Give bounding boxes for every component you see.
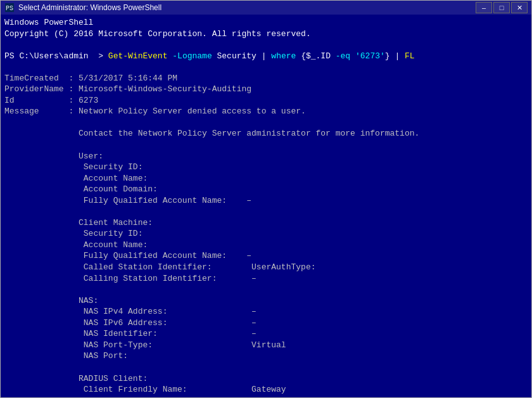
- prompt-fl: FL: [405, 51, 415, 61]
- terminal-line-1: Windows PowerShell: [4, 17, 528, 29]
- terminal-line-nasipv4: NAS IPv4 Address: –: [4, 306, 528, 318]
- terminal-line-blank2: [4, 117, 528, 129]
- terminal-line-secid2: Security ID:: [4, 228, 528, 240]
- title-bar-left: PS Select Administrator: Windows PowerSh…: [4, 3, 162, 13]
- terminal-line-client: Client Machine:: [4, 217, 528, 229]
- title-bar: PS Select Administrator: Windows PowerSh…: [1, 1, 531, 15]
- svg-text:PS: PS: [6, 5, 13, 12]
- prompt-eq: -eq: [336, 51, 350, 61]
- prompt-block: {$_.ID: [296, 51, 335, 61]
- terminal-line-nasport: NAS Port:: [4, 350, 528, 362]
- close-button[interactable]: ✕: [511, 2, 528, 13]
- terminal-line-nasipv6: NAS IPv6 Address: –: [4, 318, 528, 329]
- terminal-line-nas: NAS:: [4, 295, 528, 307]
- terminal-line-3: [4, 39, 528, 51]
- title-bar-buttons: – □ ✕: [476, 2, 528, 13]
- terminal-content[interactable]: Windows PowerShell Copyright (C) 2016 Mi…: [1, 15, 531, 397]
- terminal-line-clientip: Client IP Address:: [4, 395, 528, 397]
- prompt-arrow: >: [89, 51, 108, 61]
- terminal-line-message: Message : Network Policy Server denied a…: [4, 106, 528, 117]
- terminal-line-blank1: [4, 61, 528, 73]
- terminal-line-timecreated: TimeCreated : 5/31/2017 5:16:44 PM: [4, 73, 528, 84]
- terminal-line-acctname2: Account Name:: [4, 240, 528, 251]
- terminal-line-friendlyname: Client Friendly Name: Gateway: [4, 384, 528, 395]
- terminal-line-contact: Contact the Network Policy Server admini…: [4, 128, 528, 139]
- prompt-where: where: [271, 51, 296, 61]
- terminal-line-nasid: NAS Identifier: –: [4, 328, 528, 340]
- terminal-line-id: Id : 6273: [4, 95, 528, 106]
- prompt-end: } |: [385, 51, 405, 61]
- prompt-cmdlet: Get-WinEvent: [108, 51, 168, 61]
- terminal-line-blank4: [4, 206, 528, 217]
- prompt-idval: '6273': [355, 51, 385, 61]
- prompt-space2: Security |: [212, 51, 272, 61]
- powershell-window: PS Select Administrator: Windows PowerSh…: [0, 0, 532, 398]
- terminal-prompt-line: PS C:\Users\admin > Get-WinEvent -Lognam…: [4, 51, 528, 62]
- minimize-button[interactable]: –: [476, 2, 492, 13]
- prompt-ps: PS C:\Users\admin: [4, 51, 89, 61]
- terminal-line-provider: ProviderName : Microsoft-Windows-Securit…: [4, 84, 528, 95]
- terminal-line-user: User:: [4, 151, 528, 162]
- terminal-line-fqan2: Fully Qualified Account Name: –: [4, 250, 528, 262]
- terminal-line-blank6: [4, 362, 528, 373]
- terminal-line-blank5: [4, 284, 528, 295]
- terminal-line-2: Copyright (C) 2016 Microsoft Corporation…: [4, 29, 528, 40]
- terminal-line-calling: Calling Station Identifier: –: [4, 273, 528, 285]
- title-bar-text: Select Administrator: Windows PowerShell: [18, 3, 162, 12]
- terminal-line-nasporttype: NAS Port-Type: Virtual: [4, 340, 528, 351]
- terminal-line-secid1: Security ID:: [4, 162, 528, 173]
- prompt-id: [350, 51, 355, 61]
- maximize-button[interactable]: □: [493, 2, 510, 13]
- terminal-line-radius: RADIUS Client:: [4, 373, 528, 385]
- terminal-line-blank3: [4, 139, 528, 151]
- powershell-icon: PS: [4, 3, 15, 13]
- terminal-line-fqan1: Fully Qualified Account Name: –: [4, 195, 528, 207]
- terminal-line-acctdomain: Account Domain:: [4, 184, 528, 195]
- terminal-line-acctname1: Account Name:: [4, 173, 528, 184]
- terminal-line-called: Called Station Identifier: UserAuthType:: [4, 262, 528, 273]
- prompt-flag: -Logname: [172, 51, 212, 61]
